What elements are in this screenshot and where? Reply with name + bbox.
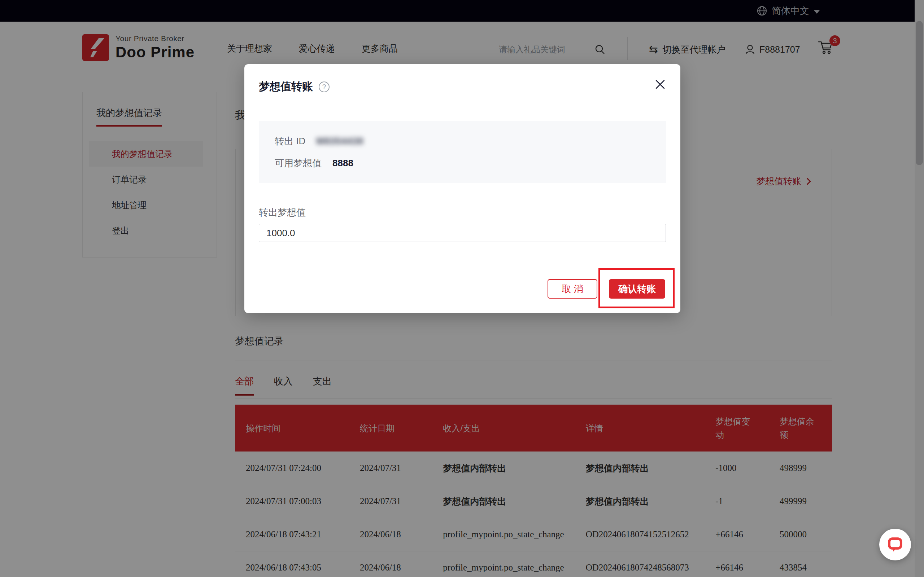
available-value-row: 可用梦想值 8888 — [275, 157, 650, 169]
close-button[interactable] — [653, 77, 667, 92]
available-value: 8888 — [333, 158, 353, 169]
close-icon — [655, 79, 665, 89]
modal-header: 梦想值转账 ? — [244, 64, 680, 94]
amount-input[interactable] — [259, 224, 666, 242]
transfer-info-box: 转出 ID M8354438 可用梦想值 8888 — [259, 121, 666, 183]
transfer-id-row: 转出 ID M8354438 — [275, 135, 650, 148]
available-label: 可用梦想值 — [275, 157, 321, 169]
transfer-id-label: 转出 ID — [275, 135, 305, 148]
transfer-id-value: M8354438 — [316, 135, 363, 147]
page: 简体中文 Your Private Broker Doo Prime 关于理想家… — [0, 0, 924, 577]
confirm-transfer-button[interactable]: 确认转账 — [609, 279, 665, 298]
modal-title: 梦想值转账 — [259, 79, 313, 94]
chat-bubble-icon — [887, 536, 903, 553]
livechat-button[interactable] — [879, 529, 911, 561]
help-icon[interactable]: ? — [319, 82, 330, 92]
cancel-button[interactable]: 取 消 — [548, 279, 597, 298]
amount-label: 转出梦想值 — [259, 206, 666, 219]
modal-footer: 取 消 确认转账 — [548, 279, 665, 298]
modal-divider — [259, 105, 666, 105]
dream-value-transfer-modal: 梦想值转账 ? 转出 ID M8354438 可用梦想值 8888 转出梦想值 … — [244, 64, 680, 313]
